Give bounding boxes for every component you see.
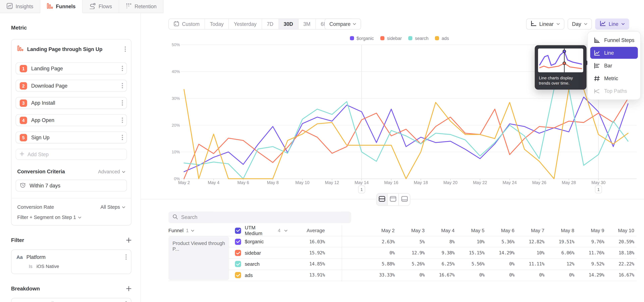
metric-kebab-icon[interactable]	[124, 46, 126, 52]
drag-handle-icon[interactable]	[15, 300, 18, 302]
table-row-ads[interactable]: ads13.91%33.33%0%16.67%0%0%0%0%14.29%16.…	[168, 270, 636, 281]
date-range-7d[interactable]: 7D	[262, 19, 278, 29]
tab-label: Funnels	[56, 4, 76, 9]
column-header-may-8[interactable]: May 8	[544, 228, 574, 234]
svg-text:May 14: May 14	[354, 180, 368, 185]
filter-property-label[interactable]: Platform	[26, 254, 122, 260]
line-chart-icon	[600, 20, 606, 28]
series-checkbox[interactable]	[235, 250, 241, 256]
search-input[interactable]	[181, 214, 347, 220]
column-separator	[342, 225, 342, 282]
funnels-app: InsightsFunnelsFlowsRetention Metric Lan…	[0, 0, 644, 302]
column-header-may-9[interactable]: May 9	[574, 228, 604, 234]
filter-value[interactable]: iOS Native	[36, 264, 59, 268]
series-checkbox[interactable]	[235, 238, 241, 245]
step-number-badge: 5	[20, 134, 27, 141]
kebab-menu-icon[interactable]	[122, 100, 123, 106]
kebab-menu-icon[interactable]	[122, 117, 123, 123]
column-header-may-4[interactable]: May 4	[425, 228, 455, 234]
value-cell: 0%	[484, 273, 514, 278]
scale-select[interactable]: Linear	[526, 18, 564, 30]
tab-flows[interactable]: Flows	[82, 0, 119, 13]
funnel-step-2[interactable]: 2 Download Page	[16, 80, 127, 92]
svg-text:May 16: May 16	[384, 180, 398, 185]
date-range-custom[interactable]: Custom	[169, 19, 205, 29]
breakdown-column-header[interactable]: UTM Medium4	[229, 225, 288, 236]
chevron-down-icon	[191, 230, 194, 232]
chevron-down-icon	[122, 206, 125, 208]
date-range-30d[interactable]: 30D	[279, 19, 298, 29]
column-header-may-10[interactable]: May 10	[604, 228, 634, 234]
tab-retention[interactable]: Retention	[119, 0, 164, 13]
filter-kebab-icon[interactable]	[125, 254, 127, 260]
menu-item-line[interactable]: Line	[590, 47, 638, 59]
layout-chart-view-button[interactable]	[388, 194, 399, 205]
svg-text:May 8: May 8	[267, 180, 279, 185]
conversion-window[interactable]: Within 7 days	[16, 180, 127, 192]
tab-insights[interactable]: Insights	[0, 0, 40, 13]
select-all-checkbox[interactable]	[235, 228, 241, 234]
add-step-button[interactable]: Add Step	[16, 149, 127, 160]
funnel-column-header[interactable]: Funnel1	[168, 228, 229, 234]
date-range-today[interactable]: Today	[205, 19, 229, 29]
series-sidebar-line[interactable]	[184, 98, 628, 179]
string-property-icon: Aa	[21, 301, 27, 302]
funnel-step-1[interactable]: 1 Landing Page	[16, 62, 127, 74]
breakdown-property-label[interactable]: UTM Medium	[30, 301, 116, 302]
menu-item-top-paths: Top Paths	[590, 85, 638, 97]
date-range-yesterday[interactable]: Yesterday	[229, 19, 262, 29]
filter-operator[interactable]: Is	[29, 264, 32, 268]
value-cell: 12%	[544, 262, 574, 267]
column-header-may-3[interactable]: May 3	[394, 228, 425, 234]
kebab-menu-icon[interactable]	[122, 65, 123, 72]
clock-icon	[20, 182, 26, 189]
value-cell: 11.11%	[514, 262, 544, 267]
menu-item-metric[interactable]: Metric	[590, 72, 638, 84]
series-name: search	[245, 261, 260, 267]
chart-view-icon	[390, 196, 396, 203]
add-breakdown-button[interactable]	[126, 286, 132, 291]
series-ads-line[interactable]	[184, 89, 628, 179]
series-checkbox[interactable]	[235, 272, 241, 278]
compare-button[interactable]: Compare	[324, 18, 361, 30]
column-header-may-6[interactable]: May 6	[484, 228, 514, 234]
svg-text:May 24: May 24	[502, 180, 517, 185]
chart-type-select[interactable]: Line	[595, 18, 629, 30]
column-header-may-2[interactable]: May 2	[365, 228, 395, 234]
date-range-3m[interactable]: 3M	[298, 19, 316, 29]
table-row-sidebar[interactable]: sidebar15.92%0%12.9%9.38%15.15%14.29%10%…	[168, 247, 636, 258]
conversion-rate-select[interactable]: All Steps	[100, 204, 125, 210]
kebab-menu-icon[interactable]	[122, 134, 123, 140]
funnel-step-4[interactable]: 4 App Open	[16, 114, 127, 126]
column-header-may-7[interactable]: May 7	[514, 228, 544, 234]
kebab-menu-icon[interactable]	[122, 82, 123, 89]
value-cell: 13.91%	[288, 273, 325, 278]
table-row-organic[interactable]: $organic16.03%2.63%5%8%10%5.36%12.82%19.…	[168, 236, 636, 247]
layout-split-view-button[interactable]	[377, 194, 388, 205]
add-step-label: Add Step	[28, 151, 49, 157]
menu-item-bar[interactable]: Bar	[590, 60, 638, 72]
column-header-may-5[interactable]: May 5	[454, 228, 484, 234]
filter-segment-select[interactable]: Filter + Segment on Step 1	[17, 214, 81, 220]
funnel-step-3[interactable]: 3 App Install	[16, 97, 127, 109]
tab-label: Retention	[134, 4, 156, 9]
breakdown-kebab-icon[interactable]	[125, 301, 127, 302]
value-cell: 6.25%	[425, 262, 455, 267]
funnel-name-cell[interactable]: Product Viewed through P...	[168, 236, 229, 280]
add-filter-button[interactable]	[126, 238, 132, 243]
table-row-search[interactable]: search14.85%5.88%5.26%6.25%5.56%0%11.11%…	[168, 258, 636, 270]
menu-item-label: Line	[604, 50, 614, 56]
interval-select[interactable]: Day	[568, 18, 592, 30]
column-header-average[interactable]: Average	[288, 228, 325, 234]
value-cell: 0%	[544, 273, 574, 278]
funnel-step-5[interactable]: 5 Sign Up	[16, 132, 127, 144]
layout-table-view-button[interactable]	[399, 194, 410, 205]
series-checkbox[interactable]	[235, 261, 241, 267]
menu-item-funnel-steps[interactable]: Funnel Steps	[590, 34, 638, 46]
series-name: ads	[245, 272, 253, 278]
plus-icon	[20, 151, 24, 157]
table-search[interactable]	[168, 212, 351, 223]
tab-funnels[interactable]: Funnels	[40, 0, 82, 13]
advanced-select[interactable]: Advanced	[98, 169, 125, 175]
tab-label: Flows	[98, 4, 112, 9]
